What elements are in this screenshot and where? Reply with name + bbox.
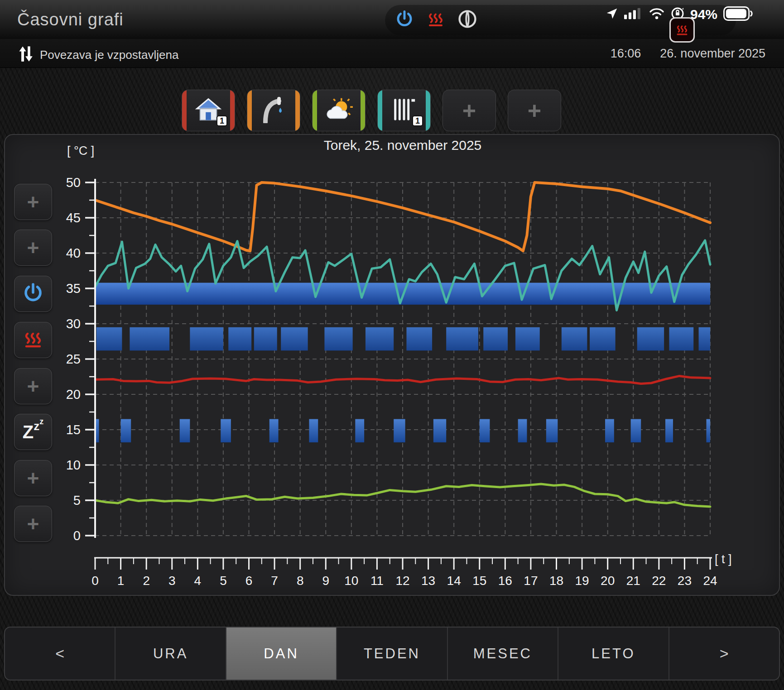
sync-arrows-icon <box>18 46 34 64</box>
wifi-icon <box>649 7 665 22</box>
side-add-button-1[interactable]: + <box>14 184 52 220</box>
plus-icon: + <box>27 237 39 258</box>
current-date: 26. november 2025 <box>660 47 765 61</box>
tab-heating-circuit[interactable]: 1 <box>377 90 431 131</box>
plus-icon: + <box>27 376 39 397</box>
nav-tab-mesec[interactable]: MESEC <box>447 628 558 680</box>
location-icon <box>605 7 619 22</box>
sleep-icon: Zzz <box>23 423 43 441</box>
power-icon <box>22 282 44 306</box>
plus-icon: + <box>528 99 541 122</box>
plus-icon: + <box>462 99 476 122</box>
graph-source-tabs: 1 1 + + <box>182 90 561 131</box>
chart-panel <box>4 134 780 596</box>
sun-cloud-icon <box>325 97 353 124</box>
heating-icon <box>22 328 44 352</box>
page-title: Časovni grafi <box>17 10 124 29</box>
battery-icon <box>723 6 753 23</box>
side-heating-button[interactable] <box>14 322 52 358</box>
nav-tab-ura[interactable]: URA <box>115 628 225 680</box>
tab-home-badge: 1 <box>216 115 227 126</box>
fan-icon <box>457 9 477 31</box>
side-add-button-5[interactable]: + <box>14 506 52 542</box>
cellular-signal-icon <box>624 7 643 22</box>
tab-add-graph-1[interactable]: + <box>443 90 496 131</box>
clock-time: 16:06 <box>611 47 641 61</box>
side-add-button-3[interactable]: + <box>14 368 52 404</box>
connection-status-text: Povezava je vzpostavljena <box>40 48 178 62</box>
side-add-button-2[interactable]: + <box>14 230 52 266</box>
faucet-icon <box>261 96 286 125</box>
heating-app-badge <box>669 17 695 43</box>
time-range-nav: < URA DAN TEDEN MESEC LETO > <box>4 627 780 680</box>
connection-bar: Povezava je vzpostavljena 16:06 26. nove… <box>0 39 784 68</box>
header-bar: Časovni grafi 94% <box>0 0 784 39</box>
tab-heating-circuit-badge: 1 <box>412 115 423 126</box>
tab-hot-water[interactable] <box>247 90 300 131</box>
side-sleep-button[interactable]: Zzz <box>14 414 52 450</box>
plus-icon: + <box>27 513 39 534</box>
y-axis-unit: [ °C ] <box>67 144 94 158</box>
plus-icon: + <box>27 192 39 212</box>
side-power-button[interactable] <box>14 276 52 312</box>
chart-title: Torek, 25. november 2025 <box>95 138 710 153</box>
tab-add-graph-2[interactable]: + <box>508 90 561 131</box>
tab-weather[interactable] <box>312 90 366 131</box>
heating-icon <box>426 10 446 30</box>
nav-next-button[interactable]: > <box>669 628 779 680</box>
nav-tab-teden[interactable]: TEDEN <box>336 628 447 680</box>
plus-icon: + <box>27 468 39 489</box>
x-axis-unit: [ t ] <box>715 552 732 566</box>
tab-home[interactable]: 1 <box>182 90 235 131</box>
nav-tab-leto[interactable]: LETO <box>558 628 668 680</box>
nav-prev-button[interactable]: < <box>5 628 115 680</box>
power-icon <box>395 10 414 30</box>
nav-tab-dan[interactable]: DAN <box>226 628 336 680</box>
side-add-button-4[interactable]: + <box>14 460 52 496</box>
battery-percent: 94% <box>690 7 717 22</box>
